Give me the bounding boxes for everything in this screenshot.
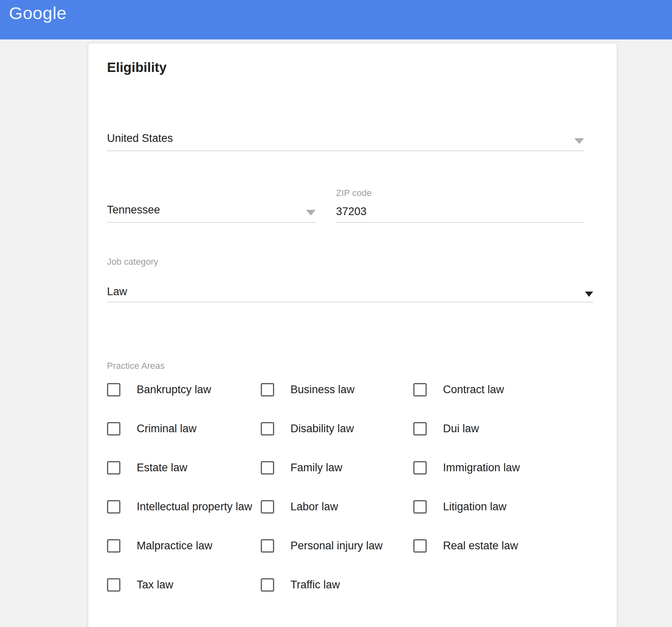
practice-area-option-label: Disability law xyxy=(290,422,354,435)
practice-area-option[interactable]: Criminal law xyxy=(107,422,261,435)
state-zip-row: Tennessee ZIP code xyxy=(107,187,584,223)
practice-area-option[interactable]: Estate law xyxy=(107,461,261,475)
checkbox-unchecked-icon[interactable] xyxy=(261,383,274,396)
practice-area-option[interactable]: Tax law xyxy=(107,578,261,592)
job-category-label: Job category xyxy=(107,256,158,268)
zip-code-label: ZIP code xyxy=(336,187,584,199)
practice-area-option[interactable]: Bankruptcy law xyxy=(107,383,261,396)
checkbox-unchecked-icon[interactable] xyxy=(107,461,120,475)
practice-area-option[interactable]: Intellectual property law xyxy=(107,500,261,514)
practice-area-option-label: Immigration law xyxy=(443,462,520,474)
practice-area-option-label: Litigation law xyxy=(443,501,506,513)
checkbox-unchecked-icon[interactable] xyxy=(413,539,427,553)
country-select[interactable]: United States xyxy=(107,131,584,151)
state-value: Tennessee xyxy=(107,203,316,217)
checkbox-unchecked-icon[interactable] xyxy=(261,539,274,553)
practice-area-option-label: Family law xyxy=(290,462,343,474)
practice-area-option-label: Malpractice law xyxy=(137,540,212,552)
practice-area-option-label: Real estate law xyxy=(443,540,518,552)
checkbox-unchecked-icon[interactable] xyxy=(261,461,274,475)
dropdown-arrow-icon xyxy=(574,138,584,144)
checkbox-unchecked-icon[interactable] xyxy=(107,578,120,592)
practice-area-option[interactable]: Immigration law xyxy=(413,461,594,475)
checkbox-unchecked-icon[interactable] xyxy=(107,383,120,396)
app-header: Google xyxy=(0,0,672,39)
practice-area-option-label: Dui law xyxy=(443,422,479,435)
practice-area-option-label: Personal injury law xyxy=(290,540,383,552)
practice-area-option-label: Bankruptcy law xyxy=(137,383,211,396)
eligibility-card: Eligibility United States Tennessee ZIP … xyxy=(88,44,617,627)
checkbox-unchecked-icon[interactable] xyxy=(107,500,120,514)
practice-area-option-label: Criminal law xyxy=(137,422,196,435)
checkbox-unchecked-icon[interactable] xyxy=(261,422,274,435)
practice-area-option[interactable]: Litigation law xyxy=(413,500,594,514)
practice-area-option-label: Contract law xyxy=(443,383,504,396)
checkbox-unchecked-icon[interactable] xyxy=(107,422,120,435)
practice-area-option[interactable]: Business law xyxy=(261,383,413,396)
dropdown-arrow-icon xyxy=(585,292,593,297)
google-logo[interactable]: Google xyxy=(9,2,67,24)
practice-area-option[interactable]: Personal injury law xyxy=(261,539,413,553)
dropdown-arrow-icon xyxy=(306,210,316,216)
checkbox-unchecked-icon[interactable] xyxy=(261,578,274,592)
zip-code-field: ZIP code xyxy=(336,187,584,223)
zip-code-input[interactable] xyxy=(336,205,584,218)
practice-area-option[interactable]: Dui law xyxy=(413,422,594,435)
practice-area-option[interactable]: Family law xyxy=(261,461,413,475)
practice-area-option[interactable]: Contract law xyxy=(413,383,594,396)
checkbox-unchecked-icon[interactable] xyxy=(413,500,427,514)
practice-area-option-label: Intellectual property law xyxy=(137,501,252,513)
practice-area-option[interactable]: Labor law xyxy=(261,500,413,514)
practice-areas-grid: Bankruptcy lawBusiness lawContract lawCr… xyxy=(107,370,594,604)
practice-area-option[interactable]: Traffic law xyxy=(261,578,413,592)
job-category-value: Law xyxy=(107,285,593,298)
checkbox-unchecked-icon[interactable] xyxy=(413,422,427,435)
checkbox-unchecked-icon[interactable] xyxy=(413,461,427,475)
checkbox-unchecked-icon[interactable] xyxy=(107,539,120,553)
practice-area-option[interactable]: Real estate law xyxy=(413,539,594,553)
practice-area-option-label: Business law xyxy=(290,383,355,396)
practice-area-option-label: Estate law xyxy=(137,462,188,474)
page-title: Eligibility xyxy=(107,60,167,75)
job-category-select[interactable]: Law xyxy=(107,285,593,303)
practice-area-option-label: Traffic law xyxy=(290,579,340,591)
checkbox-unchecked-icon[interactable] xyxy=(413,383,427,396)
practice-area-option-label: Labor law xyxy=(290,501,338,513)
practice-area-option[interactable]: Disability law xyxy=(261,422,413,435)
practice-area-option-label: Tax law xyxy=(137,579,173,591)
practice-area-option[interactable]: Malpractice law xyxy=(107,539,261,553)
country-value: United States xyxy=(107,131,584,145)
state-select[interactable]: Tennessee xyxy=(107,203,316,223)
checkbox-unchecked-icon[interactable] xyxy=(261,500,274,514)
